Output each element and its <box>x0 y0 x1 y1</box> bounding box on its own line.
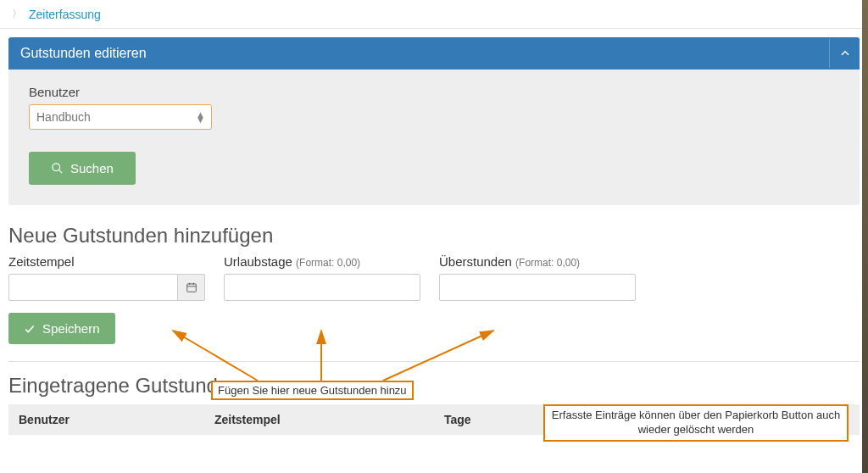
vacation-input[interactable] <box>224 274 420 301</box>
chevron-up-icon <box>839 47 851 59</box>
panel-title: Gutstunden editieren <box>20 46 147 61</box>
col-timestamp: Zeitstempel <box>204 404 434 435</box>
search-icon <box>51 162 64 175</box>
annotation-add-hint: Fügen Sie hier neue Gutstunden hinzu <box>211 381 414 400</box>
calendar-button[interactable] <box>178 274 205 301</box>
vacation-label: Urlaubstage (Format: 0,00) <box>224 254 420 269</box>
chevron-right-icon: 〉 <box>12 7 22 21</box>
breadcrumb-link-zeiterfassung[interactable]: Zeiterfassung <box>29 8 101 21</box>
svg-point-0 <box>53 164 60 171</box>
panel-gutstunden-editieren: Gutstunden editieren Benutzer Handbuch ▲… <box>8 37 860 205</box>
save-button[interactable]: Speichern <box>8 313 115 344</box>
svg-rect-2 <box>186 284 196 292</box>
calendar-icon <box>186 281 198 293</box>
search-button-label: Suchen <box>70 161 114 175</box>
panel-header[interactable]: Gutstunden editieren <box>8 37 860 70</box>
svg-line-1 <box>58 170 62 173</box>
overtime-label: Überstunden (Format: 0,00) <box>439 254 636 269</box>
list-heading: Eingetragene Gutstunden <box>8 374 860 398</box>
user-label: Benutzer <box>29 85 839 99</box>
divider <box>8 361 860 362</box>
timestamp-label: Zeitstempel <box>8 254 205 269</box>
timestamp-input[interactable] <box>8 274 178 301</box>
add-form: Zeitstempel Urlaubstage (Format: 0,00) Ü… <box>8 254 860 301</box>
user-select[interactable]: Handbuch <box>29 104 212 130</box>
add-heading: Neue Gutstunden hinzufügen <box>8 224 860 248</box>
search-button[interactable]: Suchen <box>29 152 136 185</box>
annotation-delete-hint: Erfasste Einträge können über den Papier… <box>543 404 849 442</box>
check-icon <box>24 323 36 335</box>
overtime-input[interactable] <box>439 274 636 301</box>
collapse-button[interactable] <box>829 39 860 68</box>
breadcrumb: 〉 Zeiterfassung <box>0 0 868 29</box>
col-user: Benutzer <box>8 404 204 435</box>
decorative-strip <box>862 0 868 473</box>
save-button-label: Speichern <box>42 321 100 336</box>
